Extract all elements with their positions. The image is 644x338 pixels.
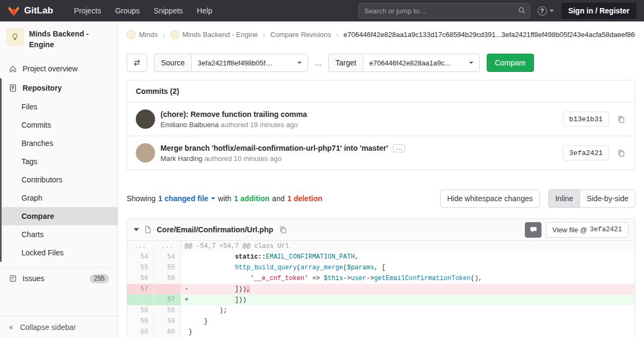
diff-new-line-number[interactable]: 59 bbox=[154, 316, 181, 327]
sidebar-item-charts[interactable]: Charts bbox=[2, 225, 118, 244]
diff-view-controls: Hide whitespace changes Inline Side-by-s… bbox=[440, 189, 635, 208]
commit-title-link[interactable]: Merge branch 'hotfix/email-confirmation-… bbox=[160, 144, 388, 152]
inline-view-button[interactable]: Inline bbox=[548, 189, 580, 208]
target-branch-dropdown[interactable]: e706446f42e828aa1a9c… bbox=[363, 54, 480, 72]
sidebar-item-commits[interactable]: Commits bbox=[2, 116, 118, 134]
diff-new-line-number[interactable]: 60 bbox=[154, 327, 181, 337]
navbar-right: ? Sign in / Register bbox=[358, 3, 636, 19]
gitlab-logo[interactable]: GitLab bbox=[8, 5, 53, 17]
diff-new-line-number[interactable]: 58 bbox=[154, 305, 181, 316]
breadcrumb-separator: › bbox=[336, 30, 339, 39]
navbar-item-snippets[interactable]: Snippets bbox=[147, 3, 189, 18]
compare-button[interactable]: Compare bbox=[487, 54, 534, 72]
diff-file-path[interactable]: Core/Email/Confirmation/Url.php bbox=[157, 225, 273, 234]
sidebar-item-graph[interactable]: Graph bbox=[2, 189, 118, 207]
diff-old-line-number[interactable]: 57 bbox=[127, 284, 154, 295]
sidebar-divider bbox=[0, 267, 118, 268]
navbar-left: GitLab ProjectsGroupsSnippetsHelp bbox=[8, 3, 219, 18]
sidebar-item-branches[interactable]: Branches bbox=[2, 134, 118, 152]
search-icon bbox=[518, 6, 526, 14]
diff-new-line-number[interactable]: 55 bbox=[154, 262, 181, 273]
sidebar-item-contributors[interactable]: Contributors bbox=[2, 171, 118, 189]
diff-new-line-number[interactable]: 56 bbox=[154, 273, 181, 284]
project-context-header[interactable]: Minds Backend - Engine bbox=[0, 21, 118, 56]
diff-new-line-number[interactable]: 54 bbox=[154, 252, 181, 262]
search-input[interactable] bbox=[358, 3, 530, 18]
sidebar-item-issues[interactable]: Issues 255 bbox=[0, 269, 118, 289]
breadcrumb-item[interactable]: Minds bbox=[127, 30, 158, 39]
target-input-group: Target e706446f42e828aa1a9c… bbox=[328, 54, 480, 72]
breadcrumb-item[interactable]: Minds Backend - Engine bbox=[170, 30, 258, 39]
navbar-item-help[interactable]: Help bbox=[190, 3, 219, 18]
sidebar-item-label: Issues bbox=[23, 274, 44, 283]
sidebar-item-project-overview[interactable]: Project overview bbox=[0, 59, 118, 78]
code-token: ( bbox=[297, 264, 301, 271]
with-label: with bbox=[218, 194, 231, 203]
project-title: Minds Backend - Engine bbox=[29, 28, 111, 50]
diff-old-line-number[interactable] bbox=[127, 295, 154, 305]
code-token: , [ bbox=[374, 264, 386, 271]
diff-line-58: 5858 ); bbox=[127, 305, 635, 316]
commit-title-link[interactable]: (chore): Remove function trailing comma bbox=[160, 110, 307, 119]
side-by-side-view-button[interactable]: Side-by-side bbox=[580, 189, 635, 208]
diff-old-line-number[interactable]: 55 bbox=[127, 262, 154, 273]
diff-file-actions: View file @ 3efa2421 bbox=[525, 222, 628, 238]
sign-in-register-button[interactable]: Sign in / Register bbox=[561, 3, 636, 19]
diff-line-56: 5656 '__e_cnf_token' => $this->user->get… bbox=[127, 273, 635, 284]
changed-files-dropdown[interactable]: 1 changed file bbox=[158, 194, 215, 203]
sidebar-item-compare[interactable]: Compare bbox=[2, 207, 118, 225]
diff-line-content: '__e_cnf_token' => $this->user->getEmail… bbox=[181, 273, 635, 284]
diff-new-line-number[interactable] bbox=[154, 284, 181, 295]
commit-author-link[interactable]: Emiliano Balbuena bbox=[160, 121, 218, 129]
diff-old-line-number[interactable]: 59 bbox=[127, 316, 154, 327]
breadcrumb-label: Minds bbox=[139, 31, 158, 39]
diff-new-line-number[interactable]: 57 bbox=[154, 295, 181, 305]
code-token: getEmailConfirmationToken bbox=[374, 275, 471, 282]
navbar-item-groups[interactable]: Groups bbox=[108, 3, 147, 18]
code-token: } bbox=[188, 318, 208, 325]
commit-author-avatar bbox=[136, 109, 155, 129]
sidebar-item-repository[interactable]: Repository bbox=[2, 78, 118, 98]
swap-revisions-button[interactable] bbox=[127, 54, 147, 72]
copy-file-path-button[interactable] bbox=[278, 225, 288, 235]
diff-file-header: Core/Email/Confirmation/Url.php bbox=[127, 219, 635, 241]
top-navbar: GitLab ProjectsGroupsSnippetsHelp ? Sign… bbox=[0, 0, 644, 21]
diff-old-line-number[interactable]: 56 bbox=[127, 273, 154, 284]
diff-old-line-number[interactable]: 60 bbox=[127, 327, 154, 337]
commit-meta-text: authored 19 minutes ago bbox=[218, 121, 297, 129]
hide-whitespace-button[interactable]: Hide whitespace changes bbox=[440, 189, 540, 208]
view-file-button[interactable]: View file @ 3efa2421 bbox=[546, 222, 628, 238]
navbar-item-projects[interactable]: Projects bbox=[67, 3, 108, 18]
commit-title-row: (chore): Remove function trailing comma bbox=[160, 110, 563, 119]
commits-panel: Commits (2) (chore): Remove function tra… bbox=[127, 80, 635, 170]
commit-meta-text: authored 10 minutes ago bbox=[202, 155, 281, 163]
copy-icon bbox=[617, 115, 625, 123]
collapse-sidebar-button[interactable]: « Collapse sidebar bbox=[0, 316, 118, 338]
copy-commit-sha-button[interactable] bbox=[616, 148, 626, 158]
code-token: -> bbox=[343, 275, 350, 282]
code-token: EMAIL_CONFIRMATION_PATH bbox=[266, 253, 355, 261]
sidebar-item-locked-files[interactable]: Locked Files bbox=[2, 244, 118, 262]
commit-author-link[interactable]: Mark Harding bbox=[160, 155, 202, 163]
double-chevron-left-icon: « bbox=[9, 324, 13, 332]
diff-line-59: 5959 } bbox=[127, 316, 635, 327]
code-token bbox=[188, 275, 250, 282]
commit-sha-button[interactable]: b13e1b31 bbox=[563, 112, 609, 127]
toggle-file-comments-button[interactable] bbox=[525, 222, 541, 238]
repository-icon bbox=[9, 84, 17, 92]
sidebar-item-tags[interactable]: Tags bbox=[2, 152, 118, 171]
repository-subitems: FilesCommitsBranchesTagsContributorsGrap… bbox=[2, 98, 118, 262]
breadcrumb-item[interactable]: Compare Revisions bbox=[270, 31, 331, 39]
source-branch-dropdown[interactable]: 3efa2421ff8ef498b05f… bbox=[191, 54, 308, 72]
copy-commit-sha-button[interactable] bbox=[616, 114, 626, 124]
commit-sha-button[interactable]: 3efa2421 bbox=[563, 145, 609, 160]
help-menu[interactable]: ? bbox=[538, 6, 554, 16]
diff-new-line-number: ... bbox=[154, 241, 181, 252]
sidebar-item-files[interactable]: Files bbox=[2, 98, 118, 116]
diff-old-line-number[interactable]: 54 bbox=[127, 252, 154, 262]
collapse-file-caret-icon[interactable] bbox=[134, 228, 139, 231]
gitlab-compare-page: GitLab ProjectsGroupsSnippetsHelp ? Sign… bbox=[0, 0, 644, 338]
diff-old-line-number[interactable]: 58 bbox=[127, 305, 154, 316]
commit-message-expander[interactable]: ... bbox=[393, 144, 405, 152]
diff-line-content: } bbox=[181, 327, 635, 337]
